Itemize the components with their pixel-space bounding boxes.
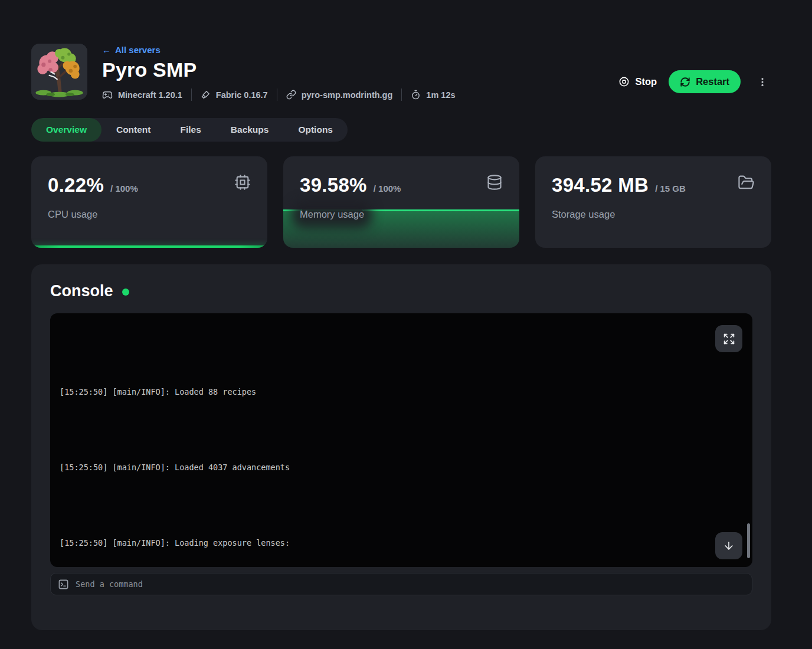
server-identity: ←All servers Pyro SMP Minecraft 1.20.1 F… [102,44,618,101]
stop-button[interactable]: Stop [618,76,657,87]
stop-button-label: Stop [635,76,657,87]
memory-usage-card: 39.58% / 100% Memory usage [283,156,519,248]
command-input-row [50,573,752,595]
expand-icon [723,333,735,345]
loader-icon [201,90,211,100]
server-header: ←All servers Pyro SMP Minecraft 1.20.1 F… [31,44,771,101]
tab[interactable]: Overview [31,118,102,142]
tab[interactable]: Files [165,118,215,142]
console-panel: Console [15:25:50] [main/INFO]: Loaded 8… [31,264,771,630]
back-link-label: All servers [115,45,161,55]
tab[interactable]: Content [102,118,166,142]
link-icon [286,90,296,100]
more-options-button[interactable] [754,74,771,90]
console-scrollbar-thumb[interactable] [747,523,750,558]
restart-icon [680,77,690,87]
meta-divider [401,88,402,101]
loader-version-label: Fabric 0.16.7 [216,90,268,100]
cpu-usage-chart [31,245,267,248]
page-title: Pyro SMP [102,58,618,81]
online-status-dot [122,289,129,296]
server-actions: Stop Restart [618,63,771,101]
meta-address[interactable]: pyro-smp.modrinth.gg [286,90,393,100]
memory-usage-limit: / 100% [374,183,401,194]
meta-divider [191,88,192,101]
console-log-line: [15:25:50] [main/INFO]: Loading exposure… [60,533,743,552]
meta-loader: Fabric 0.16.7 [201,90,268,100]
tree-avatar-art [31,44,87,100]
console-log-lines: [15:25:50] [main/INFO]: Loaded 88 recipe… [50,313,752,567]
tab[interactable]: Backups [216,118,284,142]
server-address-label: pyro-smp.modrinth.gg [302,90,393,100]
uptime-label: 1m 12s [426,90,455,100]
server-meta-row: Minecraft 1.20.1 Fabric 0.16.7 pyro-smp.… [102,88,618,101]
folder-open-icon [738,174,755,191]
storage-usage-limit: / 15 GB [655,183,686,194]
stats-row: 0.22% / 100% CPU usage 39.58% / 100% Mem… [31,156,771,248]
storage-usage-card: 394.52 MB / 15 GB Storage usage [535,156,771,248]
restart-button[interactable]: Restart [669,70,741,93]
terminal-icon [58,579,69,590]
tab[interactable]: Options [283,118,348,142]
memory-usage-value: 39.58% [300,174,367,196]
console-log-line: [15:25:50] [main/INFO]: Loaded 4037 adva… [60,458,743,477]
cpu-usage-card: 0.22% / 100% CPU usage [31,156,267,248]
timer-icon [411,90,421,100]
kebab-menu-icon [757,76,768,88]
console-expand-button[interactable] [715,325,742,352]
cpu-icon [234,174,251,191]
restart-button-label: Restart [696,76,729,87]
back-to-all-servers-link[interactable]: ←All servers [102,45,161,55]
game-version-label: Minecraft 1.20.1 [118,90,182,100]
cpu-usage-limit: / 100% [110,183,138,194]
server-page: ←All servers Pyro SMP Minecraft 1.20.1 F… [31,0,771,630]
meta-divider [277,88,277,101]
back-arrow-icon: ← [102,45,111,55]
console-title: Console [50,282,113,300]
cpu-usage-label: CPU usage [48,209,97,220]
server-avatar [31,44,87,100]
memory-usage-label: Memory usage [300,209,364,220]
tab-bar: Overview Content Files Backups Options [31,118,348,142]
scroll-to-bottom-button[interactable] [715,532,742,559]
console-log-line: [15:25:50] [main/INFO]: Loaded 88 recipe… [60,382,743,401]
storage-usage-value: 394.52 MB [552,174,649,196]
meta-game: Minecraft 1.20.1 [102,90,182,100]
console-log-viewport[interactable]: [15:25:50] [main/INFO]: Loaded 88 recipe… [50,313,752,567]
gamepad-icon [102,90,113,100]
cpu-usage-value: 0.22% [48,174,104,196]
storage-usage-label: Storage usage [552,209,615,220]
database-icon [486,174,503,191]
console-header: Console [50,282,752,300]
meta-uptime: 1m 12s [411,90,455,100]
arrow-down-icon [723,540,735,552]
command-input[interactable] [76,579,745,589]
stop-icon [618,76,630,87]
